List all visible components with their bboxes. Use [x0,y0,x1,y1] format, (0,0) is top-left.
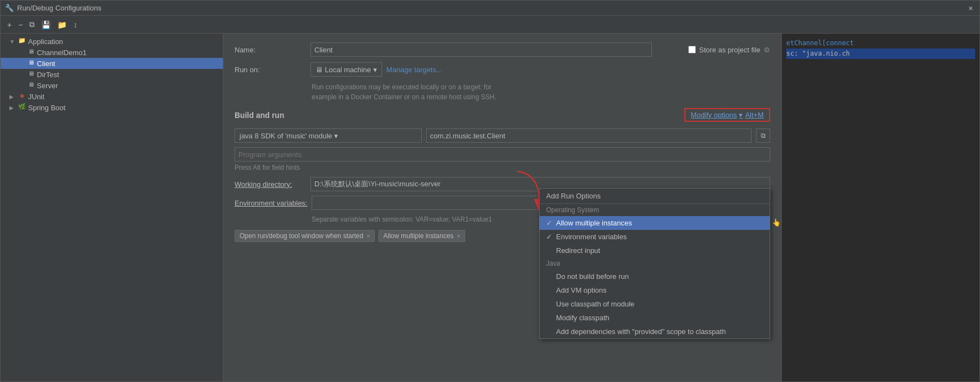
config-icon: 🖥 [26,81,35,90]
spring-icon: 🌿 [18,103,26,112]
close-button[interactable]: × [966,4,975,13]
config-icon: 🖥 [26,70,35,79]
run-on-label: Run on: [235,66,306,74]
tree-spring-boot-group[interactable]: ▶ 🌿 Spring Boot [1,102,223,113]
add-vm-item[interactable]: Add VM options [540,283,770,297]
local-machine-label: Local machine [325,66,371,74]
sdk-label: java 8 SDK of 'music' module [239,132,332,140]
add-dependencies-label: Add dependencies with "provided" scope t… [556,327,763,336]
allow-multiple-label: Allow multiple instances [556,219,763,227]
code-line-2: sc: "java.nio.ch [786,49,975,59]
store-label: Store as project file [699,46,760,54]
main-window: 🔧 Run/Debug Configurations × + − ⧉ 💾 📁 ↕… [0,0,980,382]
run-on-row: Run on: 🖥 Local machine ▾ Manage targets… [235,62,770,77]
chevron-icon: ▾ [739,111,743,119]
remove-button[interactable]: − [16,19,25,30]
server-label: Server [37,82,58,90]
expand-icon: ▼ [9,39,16,45]
window-title: Run/Debug Configurations [17,4,966,12]
expand-icon: ▶ [9,94,16,100]
redirect-input-item[interactable]: Redirect input [540,244,770,257]
config-icon: 🖥 [26,59,35,68]
code-text-2: sc: "java.nio.ch [786,50,850,57]
tag-open-label: Open run/debug tool window when started [239,232,363,240]
redirect-input-label: Redirect input [556,246,763,255]
checkmark-icon: ✓ [546,219,556,227]
settings-icon[interactable]: ⚙ [764,46,770,54]
sort-button[interactable]: ↕ [71,19,79,30]
title-bar: 🔧 Run/Debug Configurations × [1,1,979,16]
use-classpath-item[interactable]: Use classpath of module [540,297,770,311]
sdk-row: java 8 SDK of 'music' module ▾ ⧉ [235,128,770,143]
modify-classpath-label: Modify classpath [556,314,763,322]
env-vars-item[interactable]: ✓ Environment variables [540,230,770,244]
copy-config-button[interactable]: ⧉ [27,19,37,30]
save-button[interactable]: 💾 [39,19,53,30]
move-button[interactable]: 📁 [55,19,69,30]
modify-shortcut: Alt+M [745,111,764,119]
name-input[interactable] [311,42,652,57]
press-alt-hint: Press Alt for field hints [235,164,770,171]
env-vars-label: Environment variables: [235,199,307,207]
modify-options-label: Modify options [691,111,737,119]
tree-client[interactable]: 🖥 Client [1,58,223,69]
chevron-down-icon: ▾ [334,132,338,140]
client-label: Client [37,60,55,68]
do-not-build-label: Do not build before run [556,272,763,281]
main-class-input[interactable] [426,128,752,143]
info-line-2: example in a Docker Container or on a re… [312,92,770,102]
junit-label: JUnit [28,93,45,101]
manage-targets-link[interactable]: Manage targets... [386,66,442,74]
code-line-1: etChannel[connect [786,38,975,49]
modify-options-button[interactable]: Modify options ▾ Alt+M [684,108,770,122]
remove-tag-multiple-button[interactable]: × [457,233,460,239]
tag-multiple-label: Allow multiple instances [383,232,453,240]
local-machine-dropdown[interactable]: 🖥 Local machine ▾ [311,62,382,77]
allow-multiple-tag: Allow multiple instances × [378,230,465,242]
code-text-1: etChannel[connect [786,39,854,47]
tree-dir-test[interactable]: 🖥 DirTest [1,69,223,80]
modify-classpath-item[interactable]: Modify classpath [540,311,770,325]
store-project-checkbox[interactable] [688,46,696,53]
content-area: ▼ 📁 Application 🖥 ChannelDemo1 🖥 Client … [1,34,979,381]
add-run-options-menu: Add Run Options Operating System ✓ Allow… [539,188,770,339]
code-panel: etChannel[connect sc: "java.nio.ch [781,34,979,381]
open-tool-window-tag: Open run/debug tool window when started … [235,230,375,242]
cursor-icon: 👆 [772,218,781,227]
working-dir-label: Working directory: [235,180,306,189]
tree-application-group[interactable]: ▼ 📁 Application [1,36,223,47]
name-row: Name: Store as project file ⚙ [235,42,770,57]
env-vars-item-label: Environment variables [556,233,763,241]
info-text: Run configurations may be executed local… [312,82,770,102]
tree-channel-demo[interactable]: 🖥 ChannelDemo1 [1,47,223,58]
java-section: Java [540,257,770,270]
left-panel: ▼ 📁 Application 🖥 ChannelDemo1 🖥 Client … [1,34,224,381]
store-project-area: Store as project file ⚙ [688,46,770,54]
config-icon: 🖥 [26,48,35,57]
tree-server[interactable]: 🖥 Server [1,80,223,91]
copy-main-class-button[interactable]: ⧉ [756,128,770,143]
expand-icon: ▶ [9,105,16,111]
info-line-1: Run configurations may be executed local… [312,82,770,92]
app-icon: 🔧 [5,4,14,13]
sdk-dropdown[interactable]: java 8 SDK of 'music' module ▾ [235,128,422,143]
channel-demo-label: ChannelDemo1 [37,49,86,57]
remove-tag-open-button[interactable]: × [367,233,370,239]
machine-icon: 🖥 [315,66,323,74]
operating-system-section: Operating System [540,204,770,216]
add-button[interactable]: + [5,19,14,30]
program-args-input[interactable] [235,147,770,162]
allow-multiple-instances-item[interactable]: ✓ Allow multiple instances 👆 [540,216,770,230]
application-label: Application [28,37,63,46]
add-vm-label: Add VM options [556,286,763,294]
add-dependencies-item[interactable]: Add dependencies with "provided" scope t… [540,325,770,338]
tree-junit-group[interactable]: ▶ ◈ JUnit [1,91,223,102]
program-args-area [235,147,770,164]
dir-test-label: DirTest [37,71,59,79]
do-not-build-item[interactable]: Do not build before run [540,270,770,283]
chevron-down-icon: ▾ [373,66,377,74]
spring-boot-label: Spring Boot [28,104,66,112]
use-classpath-label: Use classpath of module [556,300,763,308]
right-panel: Name: Store as project file ⚙ Run on: 🖥 … [224,34,781,381]
dropdown-header: Add Run Options [540,189,770,204]
